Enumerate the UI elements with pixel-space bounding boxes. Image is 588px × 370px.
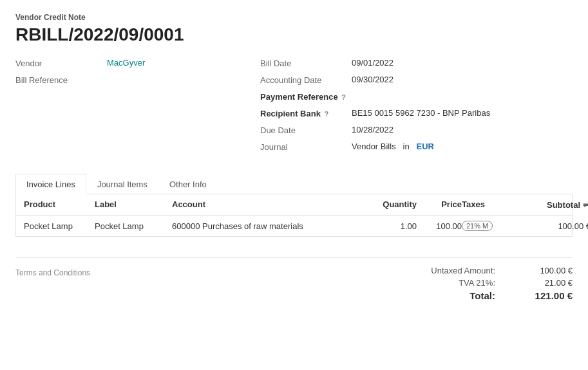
cell-product[interactable]: Pocket Lamp (24, 221, 95, 231)
form-right: Bill Date 09/01/2022 Accounting Date 09/… (260, 58, 573, 158)
bill-date-value: 09/01/2022 (352, 58, 394, 68)
recipient-bank-row: Recipient Bank ? BE15 0015 5962 7230 - B… (260, 108, 573, 118)
bill-reference-label: Bill Reference (15, 75, 99, 85)
due-date-label: Due Date (260, 125, 344, 135)
payment-reference-row: Payment Reference ? (260, 91, 573, 102)
tva-value: 21.00 € (521, 278, 573, 288)
table-row: Pocket Lamp Pocket Lamp 600000 Purchases… (16, 216, 572, 236)
recipient-bank-label: Recipient Bank ? (260, 108, 344, 118)
total-value: 121.00 € (521, 290, 573, 301)
tax-badge[interactable]: 21% M (462, 221, 493, 231)
untaxed-amount-row: Untaxed Amount: 100.00 € (392, 266, 573, 275)
invoice-lines-table: Product Label Account Quantity Price Tax… (15, 194, 573, 237)
document-title: RBILL/2022/09/0001 (15, 24, 573, 45)
untaxed-amount-value: 100.00 € (521, 266, 573, 275)
cell-quantity: 1.00 (352, 221, 417, 231)
accounting-date-label: Accounting Date (260, 75, 344, 85)
form-section: Vendor MacGyver Bill Reference Bill Date… (15, 58, 573, 158)
vendor-row: Vendor MacGyver (15, 58, 234, 68)
adjust-columns-icon[interactable]: ⇌ (583, 199, 588, 210)
vendor-label: Vendor (15, 58, 99, 68)
table-header: Product Label Account Quantity Price Tax… (16, 194, 572, 216)
tab-other-info[interactable]: Other Info (158, 174, 218, 194)
col-header-quantity: Quantity (352, 199, 417, 210)
journal-label: Journal (260, 142, 344, 152)
bill-date-label: Bill Date (260, 58, 344, 68)
recipient-bank-help-icon[interactable]: ? (325, 110, 329, 118)
col-header-label: Label (95, 199, 172, 210)
col-header-account: Account (172, 199, 352, 210)
cell-account: 600000 Purchases of raw materials (172, 221, 352, 231)
cell-taxes: 21% M (462, 221, 526, 231)
tva-row: TVA 21%: 21.00 € (392, 278, 573, 288)
due-date-value: 10/28/2022 (352, 125, 394, 134)
col-header-price: Price (417, 199, 462, 210)
bill-date-row: Bill Date 09/01/2022 (260, 58, 573, 68)
total-label: Total: (418, 290, 495, 301)
cell-label: Pocket Lamp (95, 221, 172, 231)
untaxed-amount-label: Untaxed Amount: (418, 266, 495, 275)
col-header-subtotal: Subtotal ⇌ (526, 199, 588, 210)
totals-footer: Terms and Conditions Untaxed Amount: 100… (15, 257, 573, 304)
due-date-row: Due Date 10/28/2022 (260, 125, 573, 135)
payment-reference-help-icon[interactable]: ? (341, 93, 346, 101)
payment-reference-label: Payment Reference ? (260, 91, 346, 102)
vendor-value[interactable]: MacGyver (107, 58, 145, 68)
journal-row: Journal Vendor Bills in EUR (260, 142, 573, 152)
cell-subtotal: 100.00 € (526, 221, 588, 231)
cell-price: 100.00 (417, 221, 462, 231)
document-type: Vendor Credit Note (15, 13, 573, 22)
form-left: Vendor MacGyver Bill Reference (15, 58, 234, 158)
tva-label: TVA 21%: (418, 278, 495, 288)
tab-journal-items[interactable]: Journal Items (86, 174, 158, 194)
accounting-date-row: Accounting Date 09/30/2022 (260, 75, 573, 85)
journal-currency[interactable]: EUR (416, 142, 433, 151)
journal-value: Vendor Bills in EUR (352, 142, 434, 151)
bill-reference-row: Bill Reference (15, 75, 234, 85)
tab-invoice-lines[interactable]: Invoice Lines (15, 174, 86, 194)
total-row: Total: 121.00 € (392, 290, 573, 301)
terms-and-conditions-label: Terms and Conditions (15, 266, 90, 277)
col-header-product: Product (24, 199, 95, 210)
recipient-bank-value: BE15 0015 5962 7230 - BNP Paribas (352, 108, 490, 118)
totals-table: Untaxed Amount: 100.00 € TVA 21%: 21.00 … (392, 266, 573, 304)
accounting-date-value: 09/30/2022 (352, 75, 394, 84)
col-header-taxes: Taxes (462, 199, 526, 210)
tabs-bar: Invoice Lines Journal Items Other Info (15, 174, 573, 194)
